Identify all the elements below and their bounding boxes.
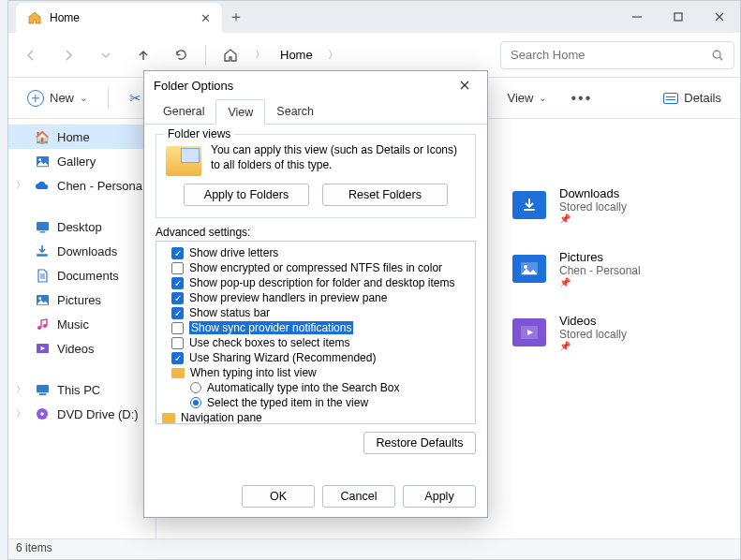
sidebar-item-desktop[interactable]: Desktop [8,214,156,239]
tab-general[interactable]: General [152,99,215,124]
chevron-right-icon: 〉 [324,48,342,62]
plus-icon [27,90,44,107]
chevron-right-icon[interactable]: 〉 [16,383,25,396]
close-button[interactable] [699,1,740,33]
disc-icon [35,406,50,421]
checkbox-icon[interactable]: ✓ [171,247,184,259]
radio-icon[interactable] [190,397,201,408]
advanced-settings-list[interactable]: ✓Show drive letters Show encrypted or co… [156,241,476,424]
folder-icon [166,146,201,176]
sidebar-item-dvd[interactable]: 〉DVD Drive (D:) [8,402,156,426]
dialog-tabs: General View Search [144,99,487,125]
apply-button[interactable]: Apply [403,485,476,508]
sidebar-item-home[interactable]: 🏠Home [8,125,156,149]
checkbox-icon[interactable]: ✓ [171,277,184,289]
adv-typing-search[interactable]: Automatically type into the Search Box [162,380,469,395]
pictures-icon [512,255,546,283]
adv-when-typing-group: When typing into list view [162,365,469,380]
svg-rect-6 [37,221,49,229]
sidebar-item-documents[interactable]: Documents [8,263,156,287]
checkbox-icon[interactable]: ✓ [171,292,184,304]
dialog-titlebar: Folder Options [144,71,487,99]
checkbox-icon[interactable] [171,262,184,274]
sidebar-item-thispc[interactable]: 〉This PC [8,377,156,402]
status-bar: 6 items [8,538,740,559]
titlebar: Home ✕ ＋ [8,1,740,33]
tile-downloads[interactable]: DownloadsStored locally📌 [512,186,641,224]
adv-use-checkboxes[interactable]: Use check boxes to select items [162,335,469,350]
advanced-settings-label: Advanced settings: [156,226,476,239]
adv-show-statusbar[interactable]: ✓Show status bar [162,305,469,320]
pin-icon: 📌 [559,341,627,351]
search-placeholder: Search Home [511,48,585,62]
tile-pictures[interactable]: PicturesChen - Personal📌 [512,250,641,287]
music-icon [35,317,50,332]
folder-options-dialog: Folder Options General View Search Folde… [143,70,488,518]
sidebar-item-music[interactable]: Music [8,312,156,336]
dialog-close-button[interactable] [452,75,478,96]
new-button[interactable]: New ⌄ [20,86,95,111]
sidebar-item-pictures[interactable]: Pictures [8,287,156,312]
sidebar-item-onedrive[interactable]: 〉Chen - Persona [8,173,156,198]
search-input[interactable]: Search Home [500,41,734,69]
svg-rect-7 [39,231,45,232]
maximize-button[interactable] [658,1,699,33]
cancel-button[interactable]: Cancel [322,485,395,508]
reset-folders-button[interactable]: Reset Folders [322,184,448,206]
folder-views-group: Folder views You can apply this view (su… [156,134,476,218]
svg-rect-13 [37,384,49,391]
checkbox-icon[interactable] [171,337,184,349]
sidebar-item-downloads[interactable]: Downloads [8,239,156,263]
ok-button[interactable]: OK [242,485,315,508]
checkbox-icon[interactable]: ✓ [171,352,184,364]
checkbox-icon[interactable] [171,322,184,334]
adv-show-preview[interactable]: ✓Show preview handlers in preview pane [162,290,469,305]
chevron-right-icon[interactable]: 〉 [16,179,25,192]
minimize-button[interactable] [616,1,658,33]
video-icon [512,318,546,346]
desktop-icon [35,219,50,234]
checkbox-icon[interactable]: ✓ [171,307,184,319]
svg-point-5 [38,158,41,161]
adv-use-sharing-wizard[interactable]: ✓Use Sharing Wizard (Recommended) [162,350,469,365]
home-icon: 🏠 [35,129,50,144]
svg-point-16 [40,412,44,416]
download-icon [35,243,50,258]
tile-videos[interactable]: VideosStored locally📌 [512,314,641,351]
navigation-pane: 🏠Home Gallery 〉Chen - Persona Desktop Do… [8,119,156,538]
divider [205,45,206,66]
sidebar-item-videos[interactable]: Videos [8,336,156,361]
chevron-down-icon: ⌄ [80,93,87,103]
search-icon [711,49,724,62]
details-toggle[interactable]: Details [656,87,729,109]
recent-dropdown[interactable] [89,38,123,72]
restore-defaults-button[interactable]: Restore Defaults [363,432,476,454]
svg-point-18 [524,265,527,269]
breadcrumb-home-icon[interactable] [214,48,247,63]
more-button[interactable]: ••• [563,86,600,111]
video-icon [35,341,50,356]
tab-close-icon[interactable]: ✕ [200,11,211,25]
svg-rect-1 [674,13,682,21]
adv-show-drive-letters[interactable]: ✓Show drive letters [162,245,469,260]
adv-show-sync[interactable]: Show sync provider notifications [162,320,469,335]
adv-show-encrypted[interactable]: Show encrypted or compressed NTFS files … [162,260,469,275]
sidebar-item-gallery[interactable]: Gallery [8,149,156,173]
pin-icon: 📌 [559,214,627,224]
tab-search[interactable]: Search [265,99,325,124]
folder-icon [171,368,185,378]
view-menu[interactable]: View ⌄ [499,87,554,109]
apply-to-folders-button[interactable]: Apply to Folders [184,184,309,206]
adv-show-popup[interactable]: ✓Show pop-up description for folder and … [162,275,469,290]
new-tab-button[interactable]: ＋ [222,1,250,33]
chevron-right-icon[interactable]: 〉 [16,407,25,420]
tab-view[interactable]: View [215,99,265,125]
adv-typing-select[interactable]: Select the typed item in the view [162,395,469,410]
window-tab[interactable]: Home ✕ [16,3,222,33]
radio-icon[interactable] [190,382,201,393]
up-button[interactable] [126,38,160,72]
forward-button[interactable] [52,38,85,72]
refresh-button[interactable] [164,38,198,72]
back-button[interactable] [14,38,48,72]
breadcrumb-item[interactable]: Home [273,48,320,62]
